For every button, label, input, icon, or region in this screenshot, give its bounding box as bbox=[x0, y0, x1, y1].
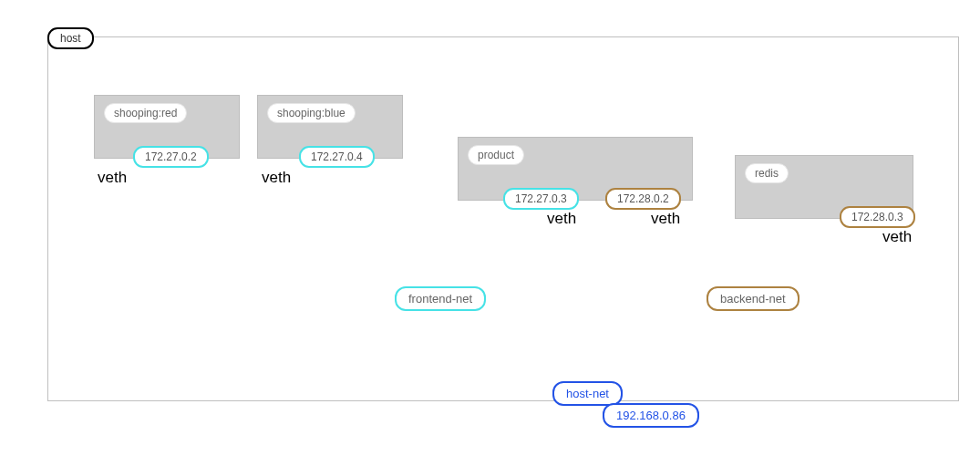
network-frontend: frontend-net bbox=[395, 286, 486, 311]
ip-redis: 172.28.0.3 bbox=[840, 206, 915, 228]
ip-product-b: 172.28.0.2 bbox=[605, 188, 681, 210]
host-label: host bbox=[47, 27, 94, 49]
veth-label: veth bbox=[98, 169, 127, 187]
veth-label: veth bbox=[882, 228, 912, 246]
host-frame bbox=[47, 36, 959, 401]
veth-label: veth bbox=[547, 210, 576, 228]
ip-shooping-red: 172.27.0.2 bbox=[133, 146, 209, 168]
ip-product-a: 172.27.0.3 bbox=[503, 188, 579, 210]
ip-shooping-blue: 172.27.0.4 bbox=[299, 146, 375, 168]
container-label: shooping:blue bbox=[267, 103, 356, 123]
network-backend: backend-net bbox=[707, 286, 799, 311]
container-label: redis bbox=[745, 163, 789, 183]
diagram-canvas: host shooping:red 172.27.0.2 veth shoopi… bbox=[0, 0, 980, 456]
container-label: product bbox=[468, 145, 524, 165]
veth-label: veth bbox=[651, 210, 680, 228]
network-host: host-net bbox=[552, 381, 623, 406]
host-ip: 192.168.0.86 bbox=[603, 403, 699, 428]
container-label: shooping:red bbox=[104, 103, 187, 123]
veth-label: veth bbox=[262, 169, 291, 187]
